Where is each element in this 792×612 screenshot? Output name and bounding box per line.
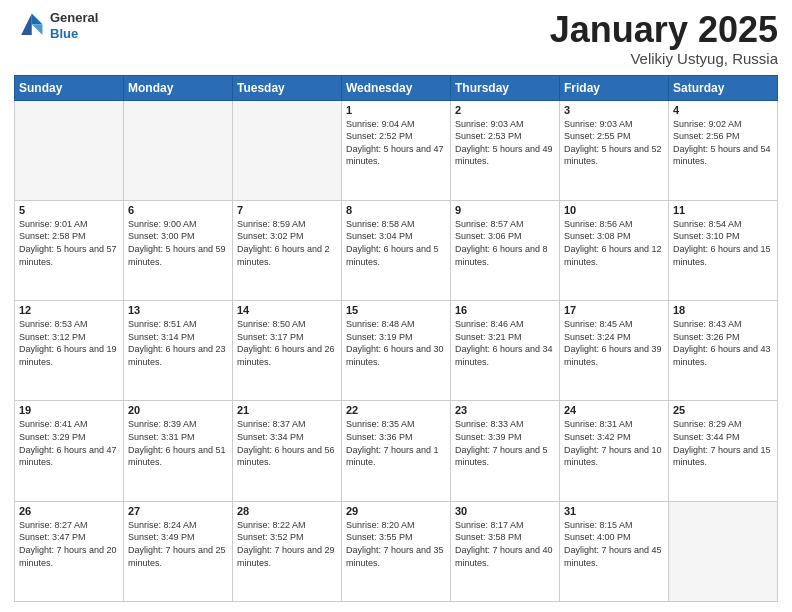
calendar-body: 1Sunrise: 9:04 AMSunset: 2:52 PMDaylight… (15, 100, 778, 601)
day-info: Sunrise: 9:01 AMSunset: 2:58 PMDaylight:… (19, 218, 119, 268)
day-info: Sunrise: 8:39 AMSunset: 3:31 PMDaylight:… (128, 418, 228, 468)
day-cell: 10Sunrise: 8:56 AMSunset: 3:08 PMDayligh… (560, 200, 669, 300)
day-cell: 4Sunrise: 9:02 AMSunset: 2:56 PMDaylight… (669, 100, 778, 200)
col-header-tuesday: Tuesday (233, 75, 342, 100)
day-cell: 1Sunrise: 9:04 AMSunset: 2:52 PMDaylight… (342, 100, 451, 200)
week-row-4: 26Sunrise: 8:27 AMSunset: 3:47 PMDayligh… (15, 501, 778, 601)
day-cell: 29Sunrise: 8:20 AMSunset: 3:55 PMDayligh… (342, 501, 451, 601)
day-number: 7 (237, 204, 337, 216)
day-number: 28 (237, 505, 337, 517)
header: General Blue January 2025 Velikiy Ustyug… (14, 10, 778, 67)
calendar-header: SundayMondayTuesdayWednesdayThursdayFrid… (15, 75, 778, 100)
week-row-1: 5Sunrise: 9:01 AMSunset: 2:58 PMDaylight… (15, 200, 778, 300)
day-info: Sunrise: 8:56 AMSunset: 3:08 PMDaylight:… (564, 218, 664, 268)
day-cell (15, 100, 124, 200)
day-cell: 11Sunrise: 8:54 AMSunset: 3:10 PMDayligh… (669, 200, 778, 300)
day-number: 6 (128, 204, 228, 216)
day-number: 2 (455, 104, 555, 116)
day-cell: 23Sunrise: 8:33 AMSunset: 3:39 PMDayligh… (451, 401, 560, 501)
day-cell: 22Sunrise: 8:35 AMSunset: 3:36 PMDayligh… (342, 401, 451, 501)
day-number: 20 (128, 404, 228, 416)
day-info: Sunrise: 9:02 AMSunset: 2:56 PMDaylight:… (673, 118, 773, 168)
day-info: Sunrise: 8:33 AMSunset: 3:39 PMDaylight:… (455, 418, 555, 468)
day-cell: 8Sunrise: 8:58 AMSunset: 3:04 PMDaylight… (342, 200, 451, 300)
day-number: 24 (564, 404, 664, 416)
day-info: Sunrise: 8:35 AMSunset: 3:36 PMDaylight:… (346, 418, 446, 468)
day-number: 26 (19, 505, 119, 517)
day-number: 23 (455, 404, 555, 416)
day-info: Sunrise: 9:00 AMSunset: 3:00 PMDaylight:… (128, 218, 228, 268)
day-number: 8 (346, 204, 446, 216)
day-cell (233, 100, 342, 200)
col-header-saturday: Saturday (669, 75, 778, 100)
day-info: Sunrise: 8:41 AMSunset: 3:29 PMDaylight:… (19, 418, 119, 468)
day-info: Sunrise: 8:31 AMSunset: 3:42 PMDaylight:… (564, 418, 664, 468)
day-cell: 15Sunrise: 8:48 AMSunset: 3:19 PMDayligh… (342, 301, 451, 401)
day-cell: 31Sunrise: 8:15 AMSunset: 4:00 PMDayligh… (560, 501, 669, 601)
day-number: 1 (346, 104, 446, 116)
day-info: Sunrise: 8:37 AMSunset: 3:34 PMDaylight:… (237, 418, 337, 468)
day-number: 14 (237, 304, 337, 316)
col-header-sunday: Sunday (15, 75, 124, 100)
logo-blue: Blue (50, 26, 98, 42)
day-number: 3 (564, 104, 664, 116)
day-info: Sunrise: 8:58 AMSunset: 3:04 PMDaylight:… (346, 218, 446, 268)
day-number: 18 (673, 304, 773, 316)
day-cell: 16Sunrise: 8:46 AMSunset: 3:21 PMDayligh… (451, 301, 560, 401)
day-info: Sunrise: 8:15 AMSunset: 4:00 PMDaylight:… (564, 519, 664, 569)
day-info: Sunrise: 9:04 AMSunset: 2:52 PMDaylight:… (346, 118, 446, 168)
day-number: 30 (455, 505, 555, 517)
title-block: January 2025 Velikiy Ustyug, Russia (550, 10, 778, 67)
day-cell: 14Sunrise: 8:50 AMSunset: 3:17 PMDayligh… (233, 301, 342, 401)
day-info: Sunrise: 8:53 AMSunset: 3:12 PMDaylight:… (19, 318, 119, 368)
page: General Blue January 2025 Velikiy Ustyug… (0, 0, 792, 612)
day-cell: 7Sunrise: 8:59 AMSunset: 3:02 PMDaylight… (233, 200, 342, 300)
day-info: Sunrise: 9:03 AMSunset: 2:53 PMDaylight:… (455, 118, 555, 168)
day-info: Sunrise: 8:24 AMSunset: 3:49 PMDaylight:… (128, 519, 228, 569)
col-header-thursday: Thursday (451, 75, 560, 100)
day-info: Sunrise: 8:46 AMSunset: 3:21 PMDaylight:… (455, 318, 555, 368)
day-number: 13 (128, 304, 228, 316)
day-number: 9 (455, 204, 555, 216)
day-number: 4 (673, 104, 773, 116)
day-cell (124, 100, 233, 200)
day-number: 17 (564, 304, 664, 316)
calendar: SundayMondayTuesdayWednesdayThursdayFrid… (14, 75, 778, 602)
day-info: Sunrise: 8:57 AMSunset: 3:06 PMDaylight:… (455, 218, 555, 268)
day-cell: 28Sunrise: 8:22 AMSunset: 3:52 PMDayligh… (233, 501, 342, 601)
day-info: Sunrise: 8:45 AMSunset: 3:24 PMDaylight:… (564, 318, 664, 368)
col-header-friday: Friday (560, 75, 669, 100)
day-cell: 24Sunrise: 8:31 AMSunset: 3:42 PMDayligh… (560, 401, 669, 501)
day-info: Sunrise: 8:54 AMSunset: 3:10 PMDaylight:… (673, 218, 773, 268)
day-cell: 5Sunrise: 9:01 AMSunset: 2:58 PMDaylight… (15, 200, 124, 300)
day-cell: 2Sunrise: 9:03 AMSunset: 2:53 PMDaylight… (451, 100, 560, 200)
svg-marker-0 (32, 14, 43, 25)
day-cell: 30Sunrise: 8:17 AMSunset: 3:58 PMDayligh… (451, 501, 560, 601)
day-cell: 26Sunrise: 8:27 AMSunset: 3:47 PMDayligh… (15, 501, 124, 601)
day-number: 25 (673, 404, 773, 416)
day-info: Sunrise: 8:50 AMSunset: 3:17 PMDaylight:… (237, 318, 337, 368)
week-row-0: 1Sunrise: 9:04 AMSunset: 2:52 PMDaylight… (15, 100, 778, 200)
day-number: 21 (237, 404, 337, 416)
col-header-monday: Monday (124, 75, 233, 100)
day-info: Sunrise: 8:43 AMSunset: 3:26 PMDaylight:… (673, 318, 773, 368)
day-cell (669, 501, 778, 601)
day-cell: 17Sunrise: 8:45 AMSunset: 3:24 PMDayligh… (560, 301, 669, 401)
day-cell: 25Sunrise: 8:29 AMSunset: 3:44 PMDayligh… (669, 401, 778, 501)
header-row: SundayMondayTuesdayWednesdayThursdayFrid… (15, 75, 778, 100)
day-cell: 20Sunrise: 8:39 AMSunset: 3:31 PMDayligh… (124, 401, 233, 501)
svg-marker-1 (32, 24, 43, 35)
day-cell: 12Sunrise: 8:53 AMSunset: 3:12 PMDayligh… (15, 301, 124, 401)
svg-marker-2 (21, 14, 32, 35)
day-number: 10 (564, 204, 664, 216)
main-title: January 2025 (550, 10, 778, 50)
day-number: 12 (19, 304, 119, 316)
day-info: Sunrise: 8:51 AMSunset: 3:14 PMDaylight:… (128, 318, 228, 368)
day-cell: 27Sunrise: 8:24 AMSunset: 3:49 PMDayligh… (124, 501, 233, 601)
day-cell: 6Sunrise: 9:00 AMSunset: 3:00 PMDaylight… (124, 200, 233, 300)
week-row-3: 19Sunrise: 8:41 AMSunset: 3:29 PMDayligh… (15, 401, 778, 501)
day-info: Sunrise: 8:48 AMSunset: 3:19 PMDaylight:… (346, 318, 446, 368)
day-number: 31 (564, 505, 664, 517)
logo: General Blue (14, 10, 98, 42)
day-number: 29 (346, 505, 446, 517)
